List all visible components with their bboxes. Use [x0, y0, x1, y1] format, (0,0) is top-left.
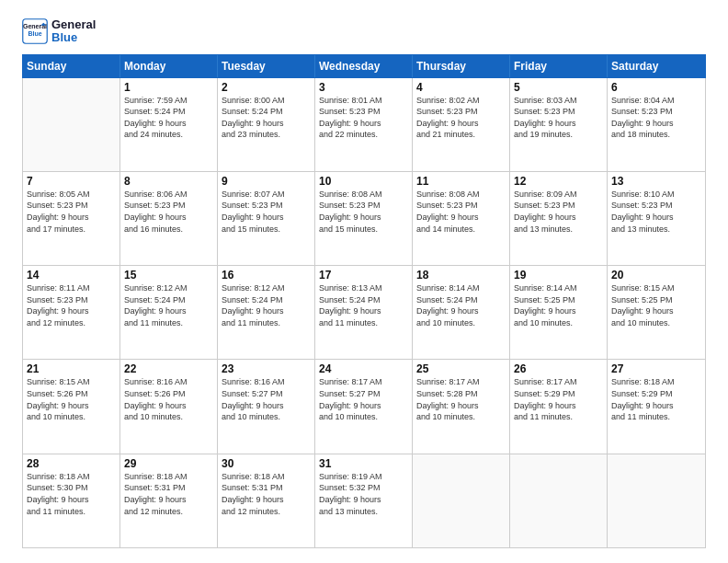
day-cell-empty-4-6	[608, 454, 705, 547]
day-cell-7: 7Sunrise: 8:05 AM Sunset: 5:23 PM Daylig…	[23, 172, 120, 265]
day-info: Sunrise: 8:01 AM Sunset: 5:23 PM Dayligh…	[319, 95, 408, 141]
day-number: 9	[222, 175, 311, 188]
day-cell-26: 26Sunrise: 8:17 AM Sunset: 5:29 PM Dayli…	[510, 360, 608, 453]
logo-text-line1: General	[51, 18, 96, 31]
day-cell-29: 29Sunrise: 8:18 AM Sunset: 5:31 PM Dayli…	[120, 454, 218, 547]
logo-icon: General Blue	[22, 18, 48, 44]
day-number: 18	[416, 269, 506, 282]
day-cell-16: 16Sunrise: 8:12 AM Sunset: 5:24 PM Dayli…	[218, 266, 315, 359]
day-number: 30	[222, 457, 311, 470]
day-info: Sunrise: 8:17 AM Sunset: 5:27 PM Dayligh…	[319, 376, 408, 422]
day-number: 16	[222, 269, 311, 282]
day-info: Sunrise: 8:12 AM Sunset: 5:24 PM Dayligh…	[124, 282, 213, 328]
day-cell-6: 6Sunrise: 8:04 AM Sunset: 5:23 PM Daylig…	[608, 78, 705, 171]
day-info: Sunrise: 8:05 AM Sunset: 5:23 PM Dayligh…	[27, 189, 116, 235]
day-number: 10	[319, 175, 408, 188]
day-info: Sunrise: 8:00 AM Sunset: 5:24 PM Dayligh…	[222, 95, 311, 141]
day-cell-22: 22Sunrise: 8:16 AM Sunset: 5:26 PM Dayli…	[120, 360, 218, 453]
day-number: 22	[124, 362, 213, 375]
day-number: 23	[222, 362, 311, 375]
day-cell-17: 17Sunrise: 8:13 AM Sunset: 5:24 PM Dayli…	[315, 266, 413, 359]
calendar-row-2: 7Sunrise: 8:05 AM Sunset: 5:23 PM Daylig…	[23, 172, 705, 266]
day-info: Sunrise: 8:16 AM Sunset: 5:27 PM Dayligh…	[222, 376, 311, 422]
day-cell-5: 5Sunrise: 8:03 AM Sunset: 5:23 PM Daylig…	[510, 78, 608, 171]
calendar-row-3: 14Sunrise: 8:11 AM Sunset: 5:23 PM Dayli…	[23, 266, 705, 360]
day-number: 14	[27, 269, 116, 282]
day-cell-30: 30Sunrise: 8:18 AM Sunset: 5:31 PM Dayli…	[218, 454, 315, 547]
day-cell-27: 27Sunrise: 8:18 AM Sunset: 5:29 PM Dayli…	[608, 360, 705, 453]
day-number: 28	[27, 457, 116, 470]
header-cell-friday: Friday	[510, 55, 608, 77]
day-info: Sunrise: 8:18 AM Sunset: 5:29 PM Dayligh…	[611, 376, 701, 422]
day-number: 4	[416, 81, 506, 94]
day-info: Sunrise: 8:07 AM Sunset: 5:23 PM Dayligh…	[222, 189, 311, 235]
day-number: 13	[611, 175, 701, 188]
day-info: Sunrise: 7:59 AM Sunset: 5:24 PM Dayligh…	[124, 95, 213, 141]
day-info: Sunrise: 8:16 AM Sunset: 5:26 PM Dayligh…	[124, 376, 213, 422]
day-number: 21	[27, 362, 116, 375]
day-number: 6	[611, 81, 701, 94]
calendar-body: 1Sunrise: 7:59 AM Sunset: 5:24 PM Daylig…	[22, 78, 706, 548]
day-info: Sunrise: 8:17 AM Sunset: 5:29 PM Dayligh…	[514, 376, 603, 422]
day-info: Sunrise: 8:13 AM Sunset: 5:24 PM Dayligh…	[319, 282, 408, 328]
day-cell-23: 23Sunrise: 8:16 AM Sunset: 5:27 PM Dayli…	[218, 360, 315, 453]
day-number: 12	[514, 175, 603, 188]
day-cell-31: 31Sunrise: 8:19 AM Sunset: 5:32 PM Dayli…	[315, 454, 413, 547]
day-info: Sunrise: 8:04 AM Sunset: 5:23 PM Dayligh…	[611, 95, 701, 141]
day-info: Sunrise: 8:14 AM Sunset: 5:25 PM Dayligh…	[514, 282, 603, 328]
day-cell-28: 28Sunrise: 8:18 AM Sunset: 5:30 PM Dayli…	[23, 454, 120, 547]
day-cell-2: 2Sunrise: 8:00 AM Sunset: 5:24 PM Daylig…	[218, 78, 315, 171]
day-info: Sunrise: 8:15 AM Sunset: 5:25 PM Dayligh…	[611, 282, 701, 328]
day-number: 5	[514, 81, 603, 94]
calendar-row-5: 28Sunrise: 8:18 AM Sunset: 5:30 PM Dayli…	[23, 454, 705, 547]
day-number: 29	[124, 457, 213, 470]
day-cell-18: 18Sunrise: 8:14 AM Sunset: 5:24 PM Dayli…	[413, 266, 510, 359]
day-info: Sunrise: 8:15 AM Sunset: 5:26 PM Dayligh…	[27, 376, 116, 422]
day-number: 2	[222, 81, 311, 94]
day-number: 26	[514, 362, 603, 375]
day-info: Sunrise: 8:09 AM Sunset: 5:23 PM Dayligh…	[514, 189, 603, 235]
day-cell-12: 12Sunrise: 8:09 AM Sunset: 5:23 PM Dayli…	[510, 172, 608, 265]
day-info: Sunrise: 8:10 AM Sunset: 5:23 PM Dayligh…	[611, 189, 701, 235]
day-number: 11	[416, 175, 506, 188]
day-cell-15: 15Sunrise: 8:12 AM Sunset: 5:24 PM Dayli…	[120, 266, 218, 359]
svg-text:Blue: Blue	[28, 30, 41, 37]
header-cell-thursday: Thursday	[413, 55, 510, 77]
day-info: Sunrise: 8:19 AM Sunset: 5:32 PM Dayligh…	[319, 471, 408, 517]
day-number: 20	[611, 269, 701, 282]
day-cell-9: 9Sunrise: 8:07 AM Sunset: 5:23 PM Daylig…	[218, 172, 315, 265]
day-number: 31	[319, 457, 408, 470]
calendar-row-1: 1Sunrise: 7:59 AM Sunset: 5:24 PM Daylig…	[23, 78, 705, 172]
day-cell-24: 24Sunrise: 8:17 AM Sunset: 5:27 PM Dayli…	[315, 360, 413, 453]
calendar-row-4: 21Sunrise: 8:15 AM Sunset: 5:26 PM Dayli…	[23, 360, 705, 454]
page-header: General Blue General Blue	[22, 18, 706, 45]
day-info: Sunrise: 8:18 AM Sunset: 5:31 PM Dayligh…	[124, 471, 213, 517]
calendar: SundayMondayTuesdayWednesdayThursdayFrid…	[22, 54, 706, 548]
day-cell-21: 21Sunrise: 8:15 AM Sunset: 5:26 PM Dayli…	[23, 360, 120, 453]
day-cell-11: 11Sunrise: 8:08 AM Sunset: 5:23 PM Dayli…	[413, 172, 510, 265]
day-info: Sunrise: 8:12 AM Sunset: 5:24 PM Dayligh…	[222, 282, 311, 328]
header-cell-saturday: Saturday	[608, 55, 705, 77]
day-cell-4: 4Sunrise: 8:02 AM Sunset: 5:23 PM Daylig…	[413, 78, 510, 171]
day-cell-13: 13Sunrise: 8:10 AM Sunset: 5:23 PM Dayli…	[608, 172, 705, 265]
day-cell-1: 1Sunrise: 7:59 AM Sunset: 5:24 PM Daylig…	[120, 78, 218, 171]
day-number: 19	[514, 269, 603, 282]
day-cell-empty-4-4	[413, 454, 510, 547]
header-cell-wednesday: Wednesday	[315, 55, 413, 77]
day-cell-19: 19Sunrise: 8:14 AM Sunset: 5:25 PM Dayli…	[510, 266, 608, 359]
day-info: Sunrise: 8:18 AM Sunset: 5:31 PM Dayligh…	[222, 471, 311, 517]
day-info: Sunrise: 8:06 AM Sunset: 5:23 PM Dayligh…	[124, 189, 213, 235]
day-number: 7	[27, 175, 116, 188]
day-cell-25: 25Sunrise: 8:17 AM Sunset: 5:28 PM Dayli…	[413, 360, 510, 453]
day-info: Sunrise: 8:17 AM Sunset: 5:28 PM Dayligh…	[416, 376, 506, 422]
day-number: 27	[611, 362, 701, 375]
day-info: Sunrise: 8:11 AM Sunset: 5:23 PM Dayligh…	[27, 282, 116, 328]
day-cell-3: 3Sunrise: 8:01 AM Sunset: 5:23 PM Daylig…	[315, 78, 413, 171]
header-cell-tuesday: Tuesday	[218, 55, 315, 77]
day-info: Sunrise: 8:14 AM Sunset: 5:24 PM Dayligh…	[416, 282, 506, 328]
day-cell-empty-4-5	[510, 454, 608, 547]
day-number: 17	[319, 269, 408, 282]
day-number: 1	[124, 81, 213, 94]
day-number: 3	[319, 81, 408, 94]
day-cell-empty-0-0	[23, 78, 120, 171]
